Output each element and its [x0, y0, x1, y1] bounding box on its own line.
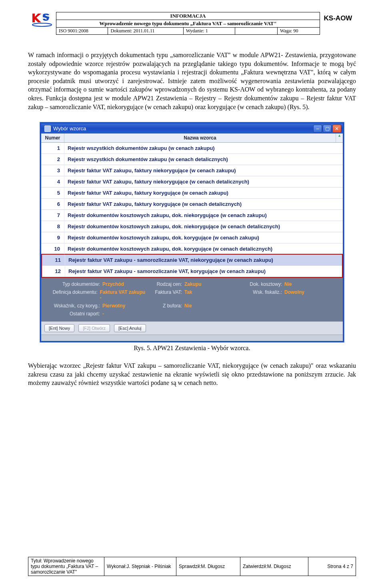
header-info: INFORMACJA — [56, 12, 320, 20]
ks-logo-icon — [31, 12, 53, 28]
table-row[interactable]: 5Rejestr faktur VAT zakupu, faktury kory… — [41, 187, 343, 199]
table-row[interactable]: 6Rejestr faktur VAT zakupu, faktury kory… — [41, 199, 343, 210]
table-row[interactable]: 4Rejestr faktur VAT zakupu, faktury niek… — [41, 176, 343, 187]
anuluj-button[interactable]: [Esc] Anuluj — [114, 324, 146, 332]
footer-tytul: Tytuł: Wprowadzenie nowego typu dokument… — [28, 557, 104, 576]
det-wfisk-label: Wsk. fiskaliz.: — [238, 289, 282, 295]
button-bar: [Ent] Nowy [F2] Otwórz [Esc] Anuluj — [41, 321, 343, 335]
table-row[interactable]: 12Rejestr faktur VAT zakupu - samorozlic… — [42, 266, 342, 277]
scrollbar-up[interactable]: ▲ — [336, 134, 343, 142]
det-dok-value: Nie — [284, 281, 292, 287]
table-row[interactable]: 9Rejestr dokumentów kosztowych zakupu, d… — [41, 232, 343, 243]
grid-header[interactable]: Numer Nazwa wzorca ▲ — [41, 134, 343, 143]
footer-wykonal: Wykonał:J. Stępniak - Pilśniak — [104, 557, 176, 576]
table-row[interactable]: 3Rejestr faktur VAT zakupu, faktury niek… — [41, 165, 343, 176]
grid: Numer Nazwa wzorca ▲ 1Rejestr wszystkich… — [41, 134, 343, 278]
header-waga: Waga: 90 — [278, 28, 320, 35]
table-row[interactable]: 2Rejestr wszystkich dokumentów zakupu (w… — [41, 154, 343, 165]
det-typ-value: Przychód — [102, 281, 124, 287]
table-row[interactable]: 1Rejestr wszystkich dokumentów zakupu (w… — [41, 143, 343, 154]
footer-sprawdzil: Sprawdził:M. Długosz — [176, 557, 240, 576]
det-rodzaj-value: Zakupu — [184, 281, 202, 287]
det-wfisk-value: Dowolny — [284, 289, 304, 295]
highlight-box: 11Rejestr faktur VAT zakupu - samorozlic… — [41, 254, 343, 278]
footer-strona: Strona 4 z 7 — [308, 557, 356, 576]
details-panel: Typ dokumentów:Przychód Rodzaj cen:Zakup… — [41, 277, 343, 321]
titlebar[interactable]: Wybór wzorca – ▢ ✕ — [41, 122, 343, 134]
maximize-button[interactable]: ▢ — [323, 125, 332, 133]
paragraph-2: Wybierając wzorzec „Rejestr faktur VAT z… — [28, 361, 356, 387]
header-brand: KS-AOW — [320, 12, 356, 22]
close-button[interactable]: ✕ — [332, 125, 341, 133]
table-row[interactable]: 8Rejestr dokumentów kosztowych zakupu, d… — [41, 221, 343, 232]
det-dok-label: Dok. kosztowy: — [238, 281, 282, 287]
det-fvat-value: Tak — [184, 289, 192, 295]
table-row[interactable]: 10Rejestr dokumentów kosztowych zakupu, … — [41, 243, 343, 255]
header-wydanie: Wydanie: 1 — [183, 28, 235, 35]
det-rodzaj-label: Rodzaj cen: — [146, 281, 182, 287]
table-row-selected[interactable]: 11Rejestr faktur VAT zakupu - samorozlic… — [42, 255, 342, 266]
header: INFORMACJA Wprowadzenie nowego typu doku… — [28, 12, 356, 35]
header-dokument: Dokument: 2011.01.11 — [108, 28, 183, 35]
header-table: INFORMACJA Wprowadzenie nowego typu doku… — [56, 12, 320, 35]
minimize-button[interactable]: – — [313, 125, 322, 133]
det-buf-value: Nie — [184, 303, 192, 309]
header-subtitle: Wprowadzenie nowego typu dokumentu „Fakt… — [56, 20, 320, 28]
footer-zatwierdzil: Zatwierdził:M. Długosz — [240, 557, 308, 576]
app-window: Wybór wzorca – ▢ ✕ Numer Nazwa wzorca ▲ … — [40, 122, 344, 342]
det-typ-label: Typ dokumentów: — [46, 281, 100, 287]
col-header-nazwa[interactable]: Nazwa wzorca — [64, 134, 336, 142]
window-title: Wybór wzorca — [53, 126, 313, 132]
brand-logo — [28, 12, 56, 28]
det-def-value: Faktura VAT zakupu - — [100, 289, 146, 301]
det-buf-label: Z bufora: — [146, 303, 182, 309]
det-fvat-label: Faktura VAT: — [146, 289, 182, 295]
footer: Tytuł: Wprowadzenie nowego typu dokument… — [28, 557, 356, 576]
footer-table: Tytuł: Wprowadzenie nowego typu dokument… — [28, 557, 356, 576]
paragraph-1: W ramach informacji o przyjętych dokumen… — [28, 51, 356, 111]
statusbar — [41, 335, 343, 341]
det-wsk-label: Wskaźnik, czy koryg.: — [46, 303, 100, 309]
nowy-button[interactable]: [Ent] Nowy — [44, 324, 74, 332]
det-wsk-value: Pierwotny — [102, 303, 125, 309]
svg-point-1 — [32, 23, 52, 26]
title-icon — [44, 126, 51, 132]
header-iso: ISO 9001:2008 — [56, 28, 108, 35]
figure-caption: Rys. 5. APW21 Zestawienia - Wybór wzorca… — [28, 345, 356, 352]
otworz-button[interactable]: [F2] Otwórz — [78, 324, 110, 332]
col-header-numer[interactable]: Numer — [41, 134, 64, 142]
header-empty — [235, 28, 278, 35]
det-ost-label: Ostatni raport: — [46, 311, 100, 317]
det-ost-value: - — [102, 311, 104, 317]
grid-rows: 1Rejestr wszystkich dokumentów zakupu (w… — [41, 143, 343, 278]
det-def-label: Definicja dokumentu: — [46, 289, 98, 295]
table-row[interactable]: 7Rejestr dokumentów kosztowych zakupu, d… — [41, 210, 343, 221]
